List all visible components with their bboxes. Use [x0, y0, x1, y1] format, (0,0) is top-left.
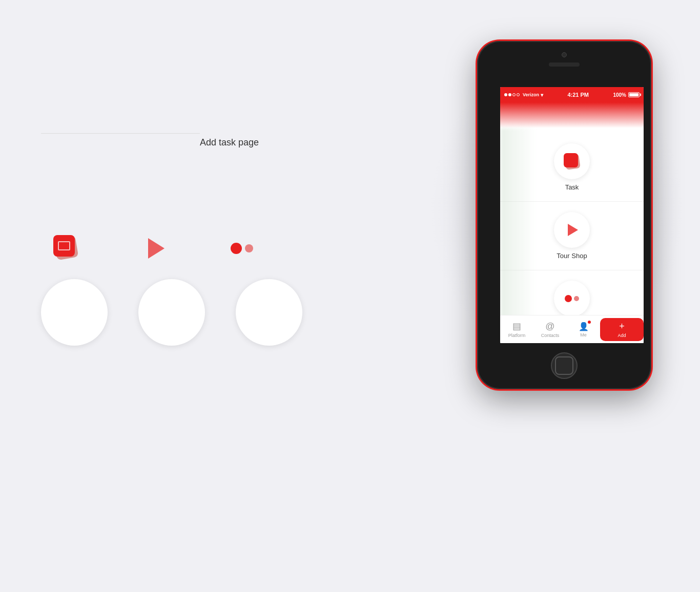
dot-large: [231, 243, 242, 254]
tour-shop-circle[interactable]: [554, 212, 590, 248]
speaker: [549, 62, 580, 67]
dots-icon-component: [231, 243, 253, 254]
mini-dots-icon: [565, 295, 579, 302]
mini-arrow-icon: [568, 224, 578, 236]
mini-task-icon: [563, 152, 581, 171]
tab-contacts[interactable]: @ Contacts: [533, 321, 567, 338]
status-bar: Verizon ▾ 4:21 PM 100%: [500, 87, 644, 102]
me-icon: 👤: [579, 322, 589, 331]
carrier-label: Verizon: [523, 92, 539, 97]
battery-fill: [629, 93, 639, 96]
circle-button-1[interactable]: [41, 279, 108, 346]
signal-dot-2: [508, 93, 511, 96]
tour-shop-label: Tour Shop: [557, 252, 587, 260]
contacts-label: Contacts: [541, 333, 560, 338]
camera: [562, 52, 567, 57]
tab-me[interactable]: 👤 Me: [567, 322, 600, 337]
circle-button-3[interactable]: [236, 279, 302, 346]
wifi-icon: ▾: [541, 92, 543, 98]
add-label: Add: [617, 333, 626, 338]
signal-dot-3: [512, 93, 516, 96]
signal-dot-1: [504, 93, 507, 96]
dot-medium: [245, 244, 253, 252]
signal-dots: [504, 93, 520, 96]
signal-dot-4: [517, 93, 520, 96]
add-icon: +: [619, 321, 625, 332]
platform-icon: ▤: [512, 321, 521, 332]
arrow-shape: [148, 238, 164, 259]
task-circle[interactable]: [554, 143, 590, 179]
task-icon-component: [51, 233, 82, 264]
phone-screen: Verizon ▾ 4:21 PM 100%: [500, 87, 644, 343]
task-icon-front: [53, 235, 75, 257]
contacts-icon: @: [545, 321, 554, 332]
home-button[interactable]: [551, 352, 578, 379]
home-button-inner: [555, 356, 573, 375]
battery-icon: [628, 92, 640, 97]
mini-square-front: [564, 153, 578, 167]
me-label: Me: [580, 332, 587, 337]
mini-dot-large: [565, 295, 572, 302]
bg-blur: [500, 128, 536, 343]
icons-row: [51, 233, 253, 264]
circles-row: [41, 279, 302, 346]
platform-label: Platform: [508, 333, 526, 338]
app-content: Task Tour Shop: [500, 128, 644, 343]
left-panel: Add task page: [0, 0, 318, 592]
tab-add[interactable]: + Add: [600, 318, 644, 341]
phone-shell: Verizon ▾ 4:21 PM 100%: [477, 41, 651, 389]
tab-bar: ▤ Platform @ Contacts 👤 Me + Add: [500, 315, 644, 343]
battery-percent: 100%: [613, 92, 626, 98]
arrow-icon-component: [143, 236, 169, 261]
divider: [41, 133, 200, 134]
mini-dot-medium: [574, 296, 579, 301]
page-title: Add task page: [200, 137, 259, 148]
other-circle[interactable]: [554, 281, 590, 316]
tab-platform[interactable]: ▤ Platform: [500, 321, 533, 338]
app-header: [500, 102, 644, 128]
status-right: 100%: [613, 92, 640, 98]
phone-mockup: Verizon ▾ 4:21 PM 100%: [469, 31, 659, 399]
task-label: Task: [565, 183, 579, 191]
status-time: 4:21 PM: [567, 92, 589, 98]
circle-button-2[interactable]: [138, 279, 205, 346]
status-left: Verizon ▾: [504, 92, 543, 98]
